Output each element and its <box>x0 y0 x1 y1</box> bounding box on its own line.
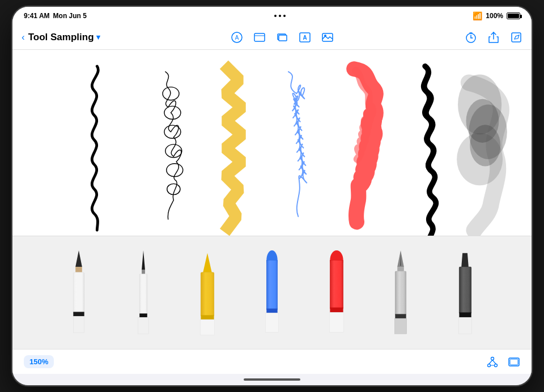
toolbar: ‹ Tool Sampling ▾ A <box>12 25 532 50</box>
drawing-canvas <box>12 50 532 236</box>
timer-icon[interactable] <box>465 31 477 44</box>
svg-point-17 <box>164 125 181 138</box>
battery-fill <box>508 14 519 18</box>
svg-rect-41 <box>201 315 214 319</box>
svg-rect-62 <box>459 267 471 313</box>
pencil-tool[interactable] <box>62 248 96 338</box>
svg-rect-58 <box>396 314 406 318</box>
dot3 <box>283 15 286 17</box>
svg-point-67 <box>491 357 494 360</box>
svg-line-69 <box>492 360 496 364</box>
share-icon[interactable] <box>487 31 500 44</box>
date: Mon Jun 5 <box>53 12 87 20</box>
svg-rect-45 <box>266 260 277 309</box>
svg-rect-40 <box>201 272 214 316</box>
svg-rect-46 <box>266 308 277 313</box>
bottom-bar: 150% <box>12 349 532 374</box>
text-icon[interactable]: A <box>299 31 311 44</box>
pen-tool[interactable] <box>126 248 160 338</box>
slides-icon[interactable] <box>508 356 520 368</box>
svg-point-66 <box>495 364 498 367</box>
watercolor-stroke <box>457 74 507 230</box>
home-indicator <box>12 374 532 385</box>
svg-rect-33 <box>142 269 145 274</box>
status-bar: 9:41 AM Mon Jun 5 📶 100% <box>12 7 532 25</box>
svg-rect-37 <box>138 317 148 334</box>
svg-rect-51 <box>330 307 343 312</box>
svg-rect-63 <box>459 312 471 317</box>
svg-marker-26 <box>75 250 82 267</box>
svg-point-18 <box>165 144 182 157</box>
svg-rect-64 <box>458 317 471 334</box>
back-chevron-icon: ‹ <box>22 32 25 43</box>
toolbar-center: A A <box>231 31 334 44</box>
pen-stroke <box>92 66 98 230</box>
annotate-icon[interactable]: A <box>231 31 243 44</box>
svg-marker-60 <box>461 253 469 266</box>
fountain-stroke <box>163 72 183 219</box>
main-area: 150% <box>12 50 532 374</box>
crayon-tool[interactable] <box>255 248 289 338</box>
svg-rect-14 <box>512 33 521 42</box>
svg-rect-55 <box>398 267 405 271</box>
svg-rect-2 <box>254 33 265 41</box>
image-icon[interactable] <box>321 31 334 44</box>
svg-line-68 <box>489 360 492 364</box>
crayon-stroke <box>288 72 307 217</box>
svg-rect-29 <box>73 272 84 313</box>
status-left: 9:41 AM Mon Jun 5 <box>24 12 87 20</box>
canvas-area[interactable] <box>12 50 532 236</box>
marker-stroke <box>226 69 242 228</box>
status-center <box>274 15 286 17</box>
battery-icon <box>507 12 520 19</box>
svg-rect-5 <box>279 35 287 41</box>
device-frame: 9:41 AM Mon Jun 5 📶 100% ‹ Tool Sampling… <box>11 6 533 386</box>
svg-rect-35 <box>139 274 147 315</box>
svg-point-9 <box>324 35 326 37</box>
title-text: Tool Sampling <box>28 32 94 43</box>
svg-text:A: A <box>303 35 307 41</box>
back-button[interactable]: ‹ <box>22 32 25 43</box>
bottom-right-actions <box>486 356 520 368</box>
layers-icon[interactable] <box>276 31 288 44</box>
toolbar-right <box>465 31 522 44</box>
zoom-level[interactable]: 150% <box>24 355 54 368</box>
svg-rect-52 <box>329 312 343 332</box>
collaboration-icon[interactable] <box>486 356 499 368</box>
document-title: Tool Sampling ▾ <box>28 32 100 43</box>
svg-point-65 <box>488 364 491 367</box>
svg-rect-36 <box>139 313 147 317</box>
dot2 <box>279 15 281 17</box>
toolbar-left: ‹ Tool Sampling ▾ <box>22 32 100 43</box>
svg-rect-50 <box>330 260 343 308</box>
svg-rect-59 <box>395 318 407 334</box>
time: 9:41 AM <box>24 12 50 20</box>
brush-stroke <box>354 69 376 222</box>
svg-rect-27 <box>75 267 82 272</box>
marker-tool[interactable] <box>190 248 224 338</box>
svg-rect-30 <box>73 312 84 316</box>
svg-marker-38 <box>203 253 212 272</box>
edit-icon[interactable] <box>510 31 522 44</box>
svg-marker-32 <box>142 250 145 270</box>
svg-rect-42 <box>201 319 215 335</box>
fountain-pen-tool[interactable] <box>384 248 418 338</box>
tools-panel <box>12 236 532 349</box>
calligraphy-tool[interactable] <box>448 248 482 338</box>
home-bar <box>244 378 300 381</box>
svg-rect-31 <box>73 316 84 333</box>
calligraphy-stroke <box>422 66 436 236</box>
svg-rect-47 <box>265 313 278 332</box>
svg-point-16 <box>164 106 181 119</box>
brush-tool[interactable] <box>320 248 354 338</box>
wifi-icon: 📶 <box>473 11 482 20</box>
dot1 <box>274 15 277 17</box>
svg-rect-57 <box>396 271 406 315</box>
svg-text:A: A <box>235 35 239 41</box>
status-right: 📶 100% <box>473 11 520 20</box>
battery-label: 100% <box>486 12 503 20</box>
title-chevron-icon[interactable]: ▾ <box>96 33 100 41</box>
frame-icon[interactable] <box>253 31 266 44</box>
svg-rect-72 <box>510 359 518 365</box>
